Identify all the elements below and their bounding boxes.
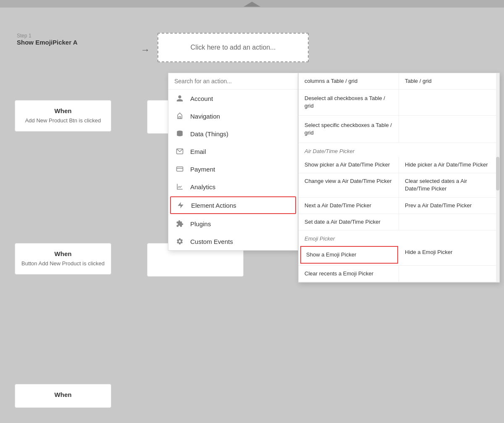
table-actions-section-3: Select specific checkboxes a Table / gri… <box>299 116 499 143</box>
action-next-picker-label: Next a Air Date/Time Picker <box>304 202 371 209</box>
action-prev-picker-label: Prev a Air Date/Time Picker <box>405 202 472 209</box>
action-table-grid-label: Table / grid <box>405 78 432 84</box>
actions-content: columns a Table / grid Table / grid Dese… <box>299 73 499 282</box>
action-clear-dates[interactable]: Clear selected dates a Air Date/Time Pic… <box>399 173 499 197</box>
arrow-icon: → <box>141 45 150 56</box>
action-empty-right-2 <box>399 116 499 143</box>
scrollbar-thumb[interactable] <box>496 157 499 190</box>
payment-icon <box>175 164 184 174</box>
scrollbar-track[interactable] <box>496 73 499 282</box>
action-empty-right <box>399 90 499 115</box>
action-deselect-checkboxes[interactable]: Deselect all checkboxes a Table / grid <box>299 90 399 115</box>
analytics-icon <box>175 182 184 191</box>
dropdown-panel: Account Navigation Data (Things) Email <box>168 73 298 251</box>
when-box-3: When <box>15 384 111 408</box>
action-show-emoji-label: Show a Emoji Picker <box>306 251 356 258</box>
when-title-2: When <box>21 250 105 257</box>
search-box[interactable] <box>168 73 298 90</box>
element-icon <box>176 201 185 210</box>
database-icon <box>175 129 184 138</box>
plugins-icon <box>175 219 184 228</box>
action-empty-right-4 <box>399 266 499 282</box>
action-hide-emoji[interactable]: Hide a Emoji Picker <box>399 244 499 265</box>
menu-item-payment-label: Payment <box>190 166 215 173</box>
air-datetime-header: Air Date/Time Picker <box>299 143 499 157</box>
emoji-section-1: Show a Emoji Picker Hide a Emoji Picker <box>299 244 499 266</box>
action-change-view[interactable]: Change view a Air Date/Time Picker <box>299 173 399 197</box>
action-next-picker[interactable]: Next a Air Date/Time Picker <box>299 198 399 214</box>
action-prev-picker[interactable]: Prev a Air Date/Time Picker <box>399 198 499 214</box>
svg-rect-3 <box>177 167 183 172</box>
step-name: Show EmojiPicker A <box>17 39 78 46</box>
action-clear-recents-label: Clear recents a Emoji Picker <box>304 270 373 277</box>
air-datetime-section-4: Set date a Air Date/Time Picker <box>299 214 499 230</box>
menu-list: Account Navigation Data (Things) Email <box>168 90 298 250</box>
table-actions-section-1: columns a Table / grid Table / grid <box>299 73 499 90</box>
action-show-picker[interactable]: Show picker a Air Date/Time Picker <box>299 157 399 173</box>
top-bar-handle <box>244 2 260 7</box>
add-action-label: Click here to add an action... <box>191 44 276 51</box>
menu-item-data-label: Data (Things) <box>190 130 228 137</box>
menu-item-payment[interactable]: Payment <box>168 160 298 178</box>
action-table-grid[interactable]: Table / grid <box>399 73 499 89</box>
settings-icon <box>175 237 184 246</box>
add-action-box[interactable]: Click here to add an action... <box>158 33 309 62</box>
email-icon <box>175 147 184 156</box>
air-datetime-section-1: Show picker a Air Date/Time Picker Hide … <box>299 157 499 173</box>
when-box-1: When Add New Product Btn is clicked <box>15 100 111 132</box>
menu-item-data[interactable]: Data (Things) <box>168 125 298 143</box>
search-input[interactable] <box>174 78 292 85</box>
menu-item-email-label: Email <box>190 148 206 155</box>
person-icon <box>175 94 184 103</box>
action-columns-table-label: columns a Table / grid <box>304 78 357 84</box>
action-show-emoji[interactable]: Show a Emoji Picker <box>300 246 398 264</box>
when-title-3: When <box>21 391 105 398</box>
action-clear-dates-label: Clear selected dates a Air Date/Time Pic… <box>405 178 467 192</box>
menu-item-navigation-label: Navigation <box>190 113 220 120</box>
action-set-date-label: Set date a Air Date/Time Picker <box>304 219 381 225</box>
action-hide-emoji-label: Hide a Emoji Picker <box>405 249 452 255</box>
menu-item-custom-events-label: Custom Events <box>190 238 233 245</box>
action-set-date[interactable]: Set date a Air Date/Time Picker <box>299 214 399 230</box>
action-empty-right-3 <box>399 214 499 230</box>
step-label: Step 1 Show EmojiPicker A <box>17 33 78 46</box>
action-hide-picker[interactable]: Hide picker a Air Date/Time Picker <box>399 157 499 173</box>
action-hide-picker-label: Hide picker a Air Date/Time Picker <box>405 161 488 168</box>
emoji-picker-header: Emoji Picker <box>299 230 499 244</box>
when-box-2: When Button Add New Product is clicked <box>15 243 111 275</box>
menu-item-custom-events[interactable]: Custom Events <box>168 233 298 250</box>
menu-item-plugins[interactable]: Plugins <box>168 215 298 233</box>
action-deselect-label: Deselect all checkboxes a Table / grid <box>304 95 385 109</box>
action-select-specific[interactable]: Select specific checkboxes a Table / gri… <box>299 116 399 143</box>
menu-item-plugins-label: Plugins <box>190 220 211 227</box>
when-title-1: When <box>21 107 105 114</box>
when-desc-1: Add New Product Btn is clicked <box>21 117 105 124</box>
menu-item-analytics[interactable]: Analytics <box>168 178 298 196</box>
step-number: Step 1 <box>17 33 78 39</box>
canvas: Step 1 Show EmojiPicker A → Click here t… <box>0 8 504 423</box>
menu-item-email[interactable]: Email <box>168 143 298 160</box>
when-desc-2: Button Add New Product is clicked <box>21 260 105 267</box>
action-columns-table[interactable]: columns a Table / grid <box>299 73 399 89</box>
svg-rect-0 <box>179 117 181 119</box>
action-change-view-label: Change view a Air Date/Time Picker <box>304 178 392 184</box>
action-clear-recents[interactable]: Clear recents a Emoji Picker <box>299 266 399 282</box>
action-select-specific-label: Select specific checkboxes a Table / gri… <box>304 122 392 136</box>
menu-item-account[interactable]: Account <box>168 90 298 107</box>
air-datetime-section-3: Next a Air Date/Time Picker Prev a Air D… <box>299 198 499 214</box>
air-datetime-section-2: Change view a Air Date/Time Picker Clear… <box>299 173 499 197</box>
top-bar <box>0 0 504 8</box>
menu-item-element-label: Element Actions <box>191 202 236 209</box>
navigation-icon <box>175 111 184 121</box>
table-actions-section-2: Deselect all checkboxes a Table / grid <box>299 90 499 115</box>
emoji-section-2: Clear recents a Emoji Picker <box>299 266 499 282</box>
menu-item-element-actions[interactable]: Element Actions <box>170 196 296 214</box>
actions-panel: columns a Table / grid Table / grid Dese… <box>298 73 500 283</box>
menu-item-analytics-label: Analytics <box>190 183 215 190</box>
action-show-picker-label: Show picker a Air Date/Time Picker <box>304 161 390 168</box>
menu-item-account-label: Account <box>190 95 213 102</box>
menu-item-navigation[interactable]: Navigation <box>168 107 298 125</box>
